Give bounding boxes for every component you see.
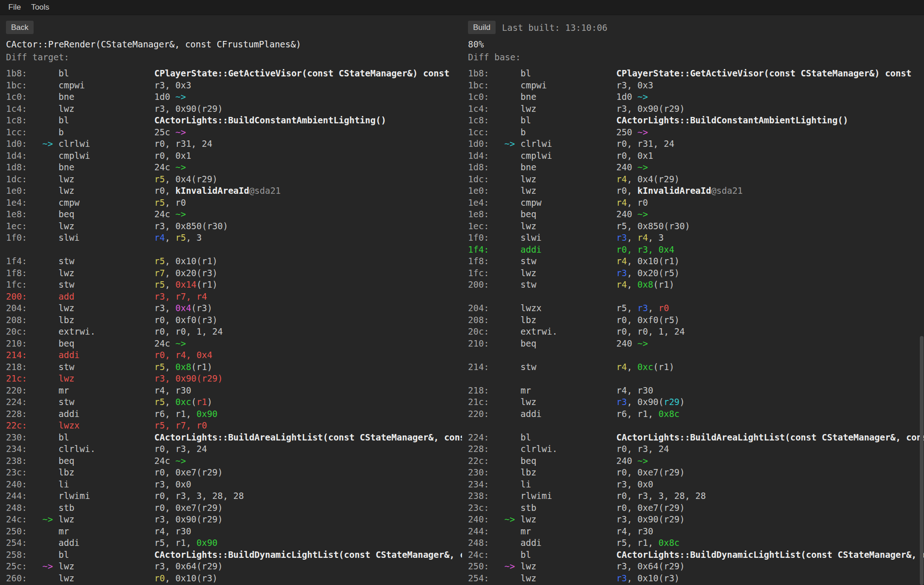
asm-row[interactable]: 204:lwzr3, 0x4(r3)	[0, 302, 462, 314]
asm-row[interactable]: 210:beq240 ~>	[462, 338, 924, 350]
asm-row[interactable]: 1f8:stwr4, 0x10(r1)	[462, 255, 924, 267]
asm-token: ~>	[637, 209, 648, 219]
asm-row[interactable]: 1cc:b25c ~>	[0, 127, 462, 139]
asm-row[interactable]: 1d0:~>clrlwir0, r31, 24	[462, 138, 924, 150]
asm-row[interactable]: 244:mrr4, r30	[462, 526, 924, 538]
asm-row[interactable]: 1d0:~>clrlwir0, r31, 24	[0, 138, 462, 150]
branch-arrow-gutter	[34, 361, 58, 373]
asm-row[interactable]: 1e4:cmpwr5, r0	[0, 197, 462, 209]
back-button[interactable]: Back	[6, 21, 34, 34]
asm-row[interactable]: 218:mrr4, r30	[462, 385, 924, 397]
asm-row[interactable]: 224:stwr5, 0xc(r1)	[0, 396, 462, 408]
menu-file[interactable]: File	[4, 1, 25, 14]
asm-row[interactable]: 238:beq24c ~>	[0, 455, 462, 467]
asm-row[interactable]: 1dc:lwzr5, 0x4(r29)	[0, 174, 462, 185]
asm-row[interactable]: 22c:beq240 ~>	[462, 455, 924, 467]
asm-row[interactable]: 214:addir0, r4, 0x4	[0, 349, 462, 361]
asm-row[interactable]: 1fc:stwr5, 0x14(r1)	[0, 279, 462, 291]
asm-row[interactable]: 1f4:addir0, r3, 0x4	[462, 244, 924, 256]
asm-row[interactable]: 1c0:bne1d0 ~>	[462, 91, 924, 103]
asm-address: 1c8:	[468, 115, 496, 127]
menu-tools[interactable]: Tools	[26, 1, 54, 14]
asm-row[interactable]: 1f4:stwr5, 0x10(r1)	[0, 255, 462, 267]
asm-row[interactable]: 1f8:lwzr7, 0x20(r3)	[0, 267, 462, 279]
asm-row[interactable]: 1bc:cmpwir3, 0x3	[462, 80, 924, 92]
asm-row[interactable]: 1e8:beq24c ~>	[0, 209, 462, 220]
asm-token: , 0x10(r1)	[627, 256, 679, 266]
asm-row[interactable]: 20c:extrwi.r0, r0, 1, 24	[462, 326, 924, 338]
asm-row[interactable]: 230:lbzr0, 0xe7(r29)	[462, 467, 924, 479]
asm-mnemonic: lwz	[520, 103, 616, 115]
asm-operands: r0, r4, 0x4	[154, 349, 462, 361]
asm-row[interactable]: 1d4:cmplwir0, 0x1	[462, 150, 924, 162]
asm-row[interactable]: 234:clrlwi.r0, r3, 24	[0, 443, 462, 455]
asm-row[interactable]: 258:blCActorLights::BuildDynamicLightLis…	[0, 549, 462, 561]
asm-row[interactable]: 1c0:bne1d0 ~>	[0, 91, 462, 103]
asm-row[interactable]: 1e0:lwzr0, kInvalidAreaId@sda21	[462, 185, 924, 197]
asm-row[interactable]: 208:lbzr0, 0xf0(r3)	[0, 314, 462, 326]
asm-row[interactable]: 22c:lwzxr5, r7, r0	[0, 420, 462, 432]
asm-row[interactable]: 240:~>lwzr3, 0x90(r29)	[462, 514, 924, 526]
asm-row[interactable]: 24c:blCActorLights::BuildDynamicLightLis…	[462, 549, 924, 561]
asm-row[interactable]: 1b8:blCPlayerState::GetActiveVisor(const…	[0, 68, 462, 80]
asm-row[interactable]: 210:beq24c ~>	[0, 338, 462, 350]
asm-row[interactable]: 254:lwzr3, 0x10(r3)	[462, 573, 924, 585]
asm-row[interactable]: 23c:stbr0, 0xe7(r29)	[462, 502, 924, 514]
asm-row[interactable]: 1c8:blCActorLights::BuildConstantAmbient…	[0, 115, 462, 127]
asm-row[interactable]: 1d8:bne240 ~>	[462, 162, 924, 174]
asm-operands: 1d0 ~>	[616, 91, 924, 103]
asm-row[interactable]: 250:mrr4, r30	[0, 526, 462, 538]
asm-row[interactable]: 1ec:lwzr3, 0x850(r30)	[0, 220, 462, 232]
asm-row[interactable]: 224:blCActorLights::BuildAreaLightList(c…	[462, 432, 924, 444]
asm-row[interactable]: 1fc:lwzr3, 0x20(r5)	[462, 267, 924, 279]
asm-token: 0x8	[175, 362, 191, 372]
asm-mnemonic: lbz	[520, 467, 616, 479]
asm-row[interactable]: 230:blCActorLights::BuildAreaLightList(c…	[0, 432, 462, 444]
asm-row[interactable]: 200:stwr4, 0x8(r1)	[462, 279, 924, 291]
asm-row[interactable]: 1d8:bne24c ~>	[0, 162, 462, 174]
build-button[interactable]: Build	[468, 21, 496, 34]
asm-row[interactable]: 1dc:lwzr4, 0x4(r29)	[462, 174, 924, 185]
asm-row[interactable]: 1cc:b250 ~>	[462, 127, 924, 139]
asm-row[interactable]: 1bc:cmpwir3, 0x3	[0, 80, 462, 92]
asm-row[interactable]: 1e0:lwzr0, kInvalidAreaId@sda21	[0, 185, 462, 197]
asm-row[interactable]: 1d4:cmplwir0, 0x1	[0, 150, 462, 162]
asm-row[interactable]: 208:lbzr0, 0xf0(r5)	[462, 314, 924, 326]
asm-row[interactable]: 248:addir5, r1, 0x8c	[462, 537, 924, 549]
asm-mnemonic: clrlwi	[58, 138, 154, 150]
asm-row[interactable]: 244:rlwimir0, r3, 3, 28, 28	[0, 490, 462, 502]
asm-row[interactable]: 220:addir6, r1, 0x8c	[462, 408, 924, 420]
asm-row[interactable]: 254:addir5, r1, 0x90	[0, 537, 462, 549]
asm-row[interactable]: 228:addir6, r1, 0x90	[0, 408, 462, 420]
asm-row[interactable]: 1e8:beq240 ~>	[462, 209, 924, 220]
asm-row[interactable]: 250:~>lwzr3, 0x64(r29)	[462, 561, 924, 573]
scrollbar-thumb[interactable]	[920, 336, 924, 585]
scrollbar[interactable]	[919, 15, 924, 585]
asm-row[interactable]: 1c8:blCActorLights::BuildConstantAmbient…	[462, 115, 924, 127]
asm-row[interactable]: 228:clrlwi.r0, r3, 24	[462, 443, 924, 455]
asm-row[interactable]: 214:stwr4, 0xc(r1)	[462, 361, 924, 373]
asm-row[interactable]: 1e4:cmpwr4, r0	[462, 197, 924, 209]
asm-row[interactable]: 220:mrr4, r30	[0, 385, 462, 397]
asm-row[interactable]: 21c:lwzr3, 0x90(r29)	[462, 396, 924, 408]
asm-row[interactable]: 1f0:slwir3, r4, 3	[462, 232, 924, 244]
asm-row[interactable]: 1b8:blCPlayerState::GetActiveVisor(const…	[462, 68, 924, 80]
branch-arrow-gutter	[34, 338, 58, 350]
asm-row[interactable]: 240:lir3, 0x0	[0, 479, 462, 491]
asm-row[interactable]: 234:lir3, 0x0	[462, 479, 924, 491]
asm-row[interactable]: 24c:~>lwzr3, 0x90(r29)	[0, 514, 462, 526]
asm-row[interactable]: 218:stwr5, 0x8(r1)	[0, 361, 462, 373]
asm-row[interactable]: 260:lwzr0, 0x10(r3)	[0, 573, 462, 585]
asm-row[interactable]: 21c:lwzr3, 0x90(r29)	[0, 373, 462, 385]
asm-row[interactable]: 200:addr3, r7, r4	[0, 291, 462, 303]
asm-row[interactable]: 204:lwzxr5, r3, r0	[462, 302, 924, 314]
asm-row[interactable]: 20c:extrwi.r0, r0, 1, 24	[0, 326, 462, 338]
asm-row[interactable]: 1ec:lwzr5, 0x850(r30)	[462, 220, 924, 232]
asm-row[interactable]: 25c:~>lwzr3, 0x64(r29)	[0, 561, 462, 573]
asm-row[interactable]: 238:rlwimir0, r3, 3, 28, 28	[462, 490, 924, 502]
asm-row[interactable]: 1f0:slwir4, r5, 3	[0, 232, 462, 244]
asm-row[interactable]: 1c4:lwzr3, 0x90(r29)	[462, 103, 924, 115]
asm-row[interactable]: 1c4:lwzr3, 0x90(r29)	[0, 103, 462, 115]
asm-row[interactable]: 248:stbr0, 0xe7(r29)	[0, 502, 462, 514]
asm-row[interactable]: 23c:lbzr0, 0xe7(r29)	[0, 467, 462, 479]
